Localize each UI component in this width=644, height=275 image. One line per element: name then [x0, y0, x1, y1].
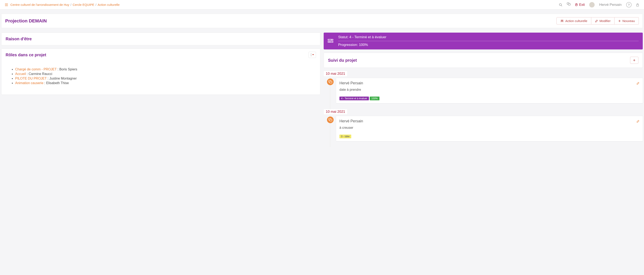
roles-menu-button[interactable] [308, 52, 316, 58]
suivi-header: Suivi du projet [324, 53, 643, 68]
svg-rect-7 [576, 4, 577, 6]
entry-author: Hervé Persain [340, 81, 363, 85]
role-person: Carmine Raucci [29, 72, 52, 76]
columns: Raison d'être Rôles dans ce projet Charg… [1, 33, 643, 147]
svg-point-16 [311, 55, 312, 55]
progression-label: Progression: 100% [338, 43, 638, 47]
role-item: Animation causerie : Elisabeth Thise [15, 81, 316, 85]
svg-rect-18 [328, 39, 333, 40]
nouveau-button[interactable]: Nouveau [614, 17, 639, 25]
role-item: Chargé de comm - PROJET : Boris Spiers [15, 68, 316, 71]
progress-badge: 100% [370, 97, 380, 100]
svg-point-17 [311, 56, 312, 56]
svg-point-15 [311, 54, 312, 54]
role-link[interactable]: Accueil [15, 72, 26, 76]
entry-author: Hervé Persain [340, 119, 363, 123]
svg-rect-25 [330, 81, 332, 83]
action-culturelle-label: Action culturelle [565, 19, 587, 23]
edit-icon [595, 20, 598, 23]
svg-point-3 [559, 4, 562, 6]
raison-title: Raison d'être [6, 37, 316, 41]
timeline-entry: Hervé Persain date à prendre 4 - Terminé… [331, 78, 643, 103]
timeline-date: 10 mai 2021 [324, 71, 347, 76]
plus-icon [618, 20, 621, 22]
role-item: PILOTE DU PROJET : Justine Montagner [15, 77, 316, 80]
edit-icon [636, 82, 640, 85]
role-link[interactable]: Chargé de comm - PROJET [15, 68, 57, 71]
roles-list: Chargé de comm - PROJET : Boris Spiers A… [6, 68, 316, 85]
role-item: Accueil : Carmine Raucci [15, 72, 316, 76]
comment-icon [327, 117, 334, 123]
edit-icon [636, 120, 640, 123]
entry-edit-button[interactable] [636, 120, 640, 123]
search-icon[interactable] [559, 3, 562, 7]
svg-point-12 [562, 20, 563, 21]
timeline-date: 10 mai 2021 [324, 109, 347, 114]
chevron-down-icon [312, 54, 314, 56]
raison-card: Raison d'être [1, 33, 320, 45]
role-person: Boris Spiers [59, 68, 77, 71]
breadcrumb-sep: / [96, 3, 96, 7]
exit-link[interactable]: Exit [575, 3, 585, 7]
hamburger-icon[interactable] [5, 4, 8, 6]
comment-icon [327, 79, 334, 85]
entry-card: Hervé Persain date à prendre 4 - Terminé… [336, 78, 643, 103]
role-link[interactable]: PILOTE DU PROJET [15, 77, 47, 80]
help-icon[interactable]: ? [626, 2, 632, 8]
right-column: Statut: 4 - Terminé et à évaluer Progres… [324, 33, 643, 147]
status-bars-icon [328, 39, 333, 43]
breadcrumb-sep: / [70, 3, 71, 7]
add-entry-button[interactable] [630, 57, 638, 64]
chat-icon[interactable] [567, 3, 570, 6]
roles-title: Rôles dans ce projet [6, 53, 46, 57]
group-icon [560, 20, 564, 23]
top-bar: Centre culturel de l'arrondissement de H… [0, 0, 644, 10]
exit-label: Exit [579, 3, 585, 7]
left-column: Raison d'être Rôles dans ce projet Charg… [1, 33, 320, 95]
entry-body: à creuser [340, 126, 640, 130]
svg-rect-27 [330, 119, 332, 121]
timeline-entry: Hervé Persain à creuser 0 - Idée [331, 116, 643, 141]
topbar-right: Exit Hervé Persain ? [559, 2, 639, 8]
svg-rect-10 [636, 5, 638, 6]
page-header: Projection DEMAIN Action culturelle Modi… [1, 14, 643, 28]
breadcrumb-item-0[interactable]: Centre culturel de l'arrondissement de H… [10, 3, 69, 7]
status-label: Statut: 4 - Terminé et à évaluer [338, 35, 638, 41]
svg-rect-19 [328, 41, 333, 42]
modifier-button[interactable]: Modifier [591, 17, 614, 25]
status-badge: 4 - Terminé et à évaluer [340, 97, 369, 100]
breadcrumb: Centre culturel de l'arrondissement de H… [10, 3, 556, 7]
lock-icon[interactable] [636, 3, 639, 7]
role-person: Justine Montagner [50, 77, 77, 80]
breadcrumb-item-2[interactable]: Action culturelle [98, 3, 120, 7]
nouveau-label: Nouveau [622, 19, 635, 23]
role-link[interactable]: Animation causerie [15, 81, 43, 85]
page-title: Projection DEMAIN [5, 18, 556, 24]
status-badge: 0 - Idée [340, 135, 351, 138]
suivi-title: Suivi du projet [328, 58, 357, 63]
breadcrumb-item-1[interactable]: Cercle EQUIPE [72, 3, 94, 7]
svg-rect-6 [568, 4, 570, 5]
page-actions: Action culturelle Modifier Nouveau [556, 17, 639, 25]
status-banner: Statut: 4 - Terminé et à évaluer Progres… [324, 33, 643, 50]
timeline: 10 mai 2021 Hervé Persain date à prendre [324, 71, 643, 147]
role-person: Elisabeth Thise [46, 81, 69, 85]
vertical-dots-icon [311, 53, 312, 56]
avatar[interactable] [589, 2, 594, 8]
plus-icon [633, 59, 636, 62]
modifier-label: Modifier [600, 19, 610, 23]
entry-body: date à prendre [340, 88, 640, 92]
roles-card: Rôles dans ce projet Chargé de comm - PR… [1, 49, 320, 95]
entry-edit-button[interactable] [636, 82, 640, 85]
action-culturelle-button[interactable]: Action culturelle [556, 17, 591, 25]
entry-card: Hervé Persain à creuser 0 - Idée [336, 116, 643, 141]
svg-point-11 [561, 20, 562, 21]
exit-icon [575, 3, 578, 6]
page: Projection DEMAIN Action culturelle Modi… [0, 10, 644, 153]
svg-line-4 [561, 6, 562, 6]
user-name[interactable]: Hervé Persain [599, 3, 622, 7]
